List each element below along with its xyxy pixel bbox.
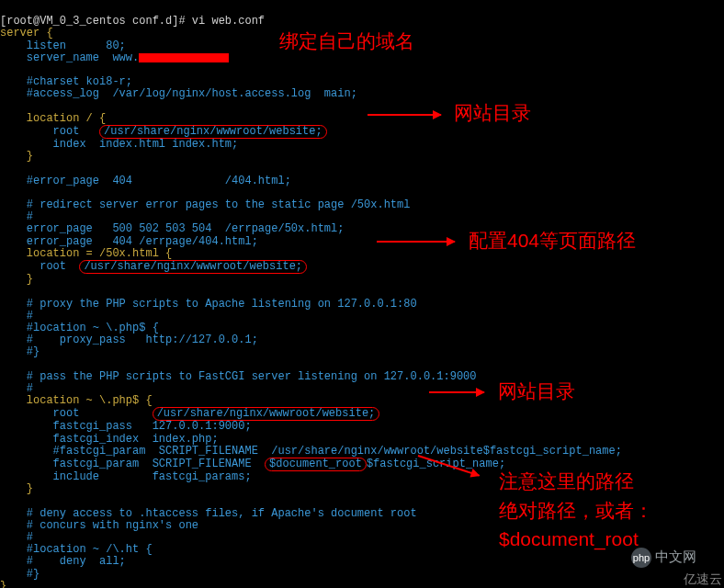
config-line: #charset koi8-r; bbox=[0, 75, 132, 88]
config-line: # bbox=[0, 210, 33, 223]
config-line: # concurs with nginx's one bbox=[0, 519, 198, 532]
config-line: # bbox=[0, 531, 33, 544]
config-line: fastcgi_index index.php; bbox=[0, 433, 219, 446]
config-line: index index.html index.htm; bbox=[0, 138, 238, 151]
annotation-bind-domain: 绑定自己的域名 bbox=[279, 30, 414, 51]
config-line: #access_log /var/log/nginx/host.access.l… bbox=[0, 87, 357, 100]
config-line: location = /50x.html { bbox=[0, 247, 172, 260]
config-line: #location ~ /\.ht { bbox=[0, 543, 153, 556]
config-line: #fastcgi_param SCRIPT_FILENAME /usr/shar… bbox=[0, 445, 622, 458]
config-line: server_name www. bbox=[0, 51, 235, 64]
arrow-icon bbox=[377, 241, 455, 243]
config-line: # bbox=[0, 310, 33, 322]
arrow-icon bbox=[429, 391, 484, 393]
annotation-site-dir: 网站目录 bbox=[454, 102, 531, 123]
config-line: } bbox=[0, 482, 33, 495]
config-line: server { bbox=[0, 27, 53, 40]
config-line: include fastcgi_params; bbox=[0, 470, 252, 483]
config-line: #error_page 404 /404.html; bbox=[0, 175, 291, 187]
watermark-phpcn: php中文网 bbox=[631, 548, 696, 568]
config-line: # bbox=[0, 382, 33, 395]
annotation-path-note: 注意这里的路径 绝对路径，或者： $document_root bbox=[499, 467, 653, 554]
config-line: fastcgi_pass 127.0.0.1:9000; bbox=[0, 420, 252, 433]
prompt: [root@VM_0_3_centos conf.d]# vi web.conf bbox=[0, 15, 265, 28]
config-line: } bbox=[0, 150, 33, 163]
config-line: listen 80; bbox=[0, 40, 126, 52]
highlighted-path: /usr/share/nginx/wwwroot/website; bbox=[99, 125, 327, 139]
config-line: #} bbox=[0, 345, 40, 358]
config-line: # deny access to .htaccess files, if Apa… bbox=[0, 507, 417, 520]
highlighted-var: $document_root bbox=[265, 458, 367, 471]
config-line: root /usr/share/nginx/wwwroot/website; bbox=[0, 260, 307, 273]
config-line: # proxy_pass http://127.0.0.1; bbox=[0, 334, 258, 346]
config-line: location / { bbox=[0, 112, 106, 125]
config-line: # pass the PHP scripts to FastCGI server… bbox=[0, 370, 476, 383]
config-line: error_page 404 /errpage/404.html; bbox=[0, 235, 258, 248]
config-line: #} bbox=[0, 568, 40, 581]
config-line: } bbox=[0, 580, 6, 588]
config-line: root /usr/share/nginx/wwwroot/website; bbox=[0, 407, 379, 420]
config-line: location ~ \.php$ { bbox=[0, 394, 153, 407]
config-line: # deny all; bbox=[0, 555, 126, 568]
config-line: root /usr/share/nginx/wwwroot/website; bbox=[0, 125, 327, 138]
php-logo-icon: php bbox=[631, 548, 651, 568]
obscured-domain bbox=[139, 53, 229, 62]
config-line: error_page 500 502 503 504 /errpage/50x.… bbox=[0, 222, 344, 235]
config-line: } bbox=[0, 273, 33, 286]
arrow-icon bbox=[368, 114, 441, 116]
annotation-404-path: 配置404等页面路径 bbox=[469, 230, 636, 251]
config-line: # proxy the PHP scripts to Apache listen… bbox=[0, 298, 417, 311]
config-line: # redirect server error pages to the sta… bbox=[0, 198, 410, 211]
watermark-yisu: 亿速云 bbox=[684, 572, 722, 586]
highlighted-path: /usr/share/nginx/wwwroot/website; bbox=[153, 407, 380, 421]
config-line: #location ~ \.php$ { bbox=[0, 322, 159, 334]
annotation-site-dir-2: 网站目录 bbox=[498, 380, 575, 401]
highlighted-path: /usr/share/nginx/wwwroot/website; bbox=[79, 260, 307, 274]
